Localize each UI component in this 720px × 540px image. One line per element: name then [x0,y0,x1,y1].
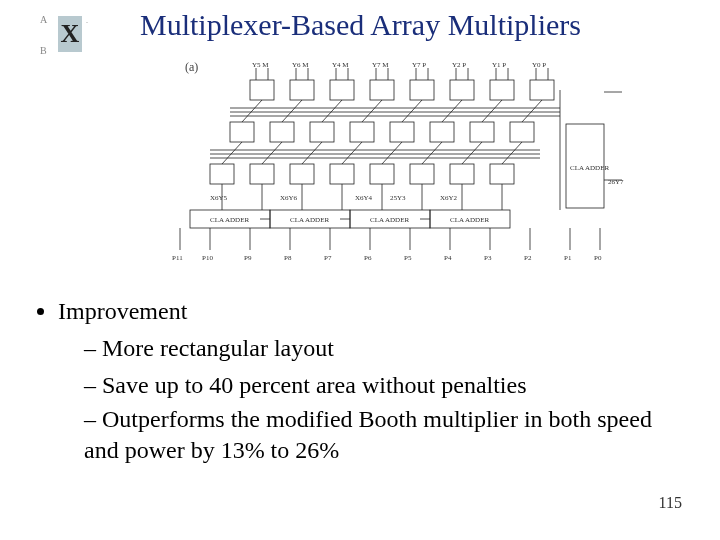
bullet-list: Improvement More rectangular layout Save… [40,296,680,468]
svg-line-46 [242,100,262,122]
svg-line-52 [482,100,502,122]
bullet-sub-1: Save up to 40 percent area without penal… [84,370,680,401]
svg-rect-33 [470,122,494,142]
sig-y2p: Y2 P [452,61,466,69]
p5: P5 [404,254,412,262]
svg-rect-0 [250,80,274,100]
svg-line-50 [402,100,422,122]
p0: P0 [594,254,602,262]
svg-rect-27 [230,122,254,142]
svg-rect-34 [510,122,534,142]
p10: P10 [202,254,213,262]
bullet-sub-2: Outperforms the modified Booth multiplie… [84,404,680,466]
svg-rect-42 [370,164,394,184]
svg-rect-28 [270,122,294,142]
cla-right: CLA ADDER [570,164,609,172]
svg-rect-30 [350,122,374,142]
bullet-top: Improvement [58,296,680,327]
sig-y7p: Y7 P [412,61,426,69]
logo-x: X [61,19,80,49]
sig-y1p: Y1 P [492,61,506,69]
svg-line-48 [322,100,342,122]
p1: P1 [564,254,572,262]
slide: A B X · Multiplexer-Based Array Multipli… [0,0,720,540]
svg-rect-4 [410,80,434,100]
svg-rect-32 [430,122,454,142]
sig-y4m: Y4 M [332,61,349,69]
svg-rect-41 [330,164,354,184]
svg-rect-39 [250,164,274,184]
bullet-sub-0: More rectangular layout [84,333,680,364]
svg-rect-31 [390,122,414,142]
svg-line-60 [462,142,482,164]
svg-line-58 [382,142,402,164]
p6: P6 [364,254,372,262]
array-multiplier-diagram: (a) [130,60,630,275]
pp-x6y2: X6Y2 [440,194,458,202]
sig-y5m: Y5 M [252,61,269,69]
svg-rect-44 [450,164,474,184]
svg-line-53 [522,100,542,122]
page-title: Multiplexer-Based Array Multipliers [140,8,700,42]
p11: P11 [172,254,183,262]
p2: P2 [524,254,532,262]
diagram-svg: Y5 M Y6 M Y4 M Y7 M Y7 P Y2 P Y1 P Y0 P … [130,60,630,275]
p3: P3 [484,254,492,262]
cla2: CLA ADDER [290,216,329,224]
svg-line-54 [222,142,242,164]
p7: P7 [324,254,332,262]
svg-line-56 [302,142,322,164]
pp-25y3: 25Y3 [390,194,406,202]
svg-rect-5 [450,80,474,100]
logo-lead: · [86,18,88,27]
p8: P8 [284,254,292,262]
page-number: 115 [659,494,682,512]
svg-line-57 [342,142,362,164]
pp-x6y6: X6Y6 [280,194,298,202]
svg-rect-2 [330,80,354,100]
logo-block: A B X · [40,14,110,56]
svg-rect-38 [210,164,234,184]
pp-x6y4: X6Y4 [355,194,373,202]
svg-rect-29 [310,122,334,142]
pp-x6y5: X6Y5 [210,194,228,202]
svg-line-59 [422,142,442,164]
svg-rect-3 [370,80,394,100]
logo-label-a: A [40,14,47,25]
svg-rect-6 [490,80,514,100]
svg-rect-7 [530,80,554,100]
svg-line-55 [262,142,282,164]
logo-label-b: B [40,45,47,56]
right-coeff: 26Y7 [608,178,624,186]
svg-line-61 [502,142,522,164]
svg-rect-45 [490,164,514,184]
sig-y7m: Y7 M [372,61,389,69]
cla1: CLA ADDER [210,216,249,224]
svg-rect-43 [410,164,434,184]
svg-line-51 [442,100,462,122]
svg-rect-1 [290,80,314,100]
p9: P9 [244,254,252,262]
svg-rect-40 [290,164,314,184]
sig-y0p: Y0 P [532,61,546,69]
logo-x-box: X [58,16,82,52]
p4: P4 [444,254,452,262]
cla4: CLA ADDER [450,216,489,224]
svg-line-47 [282,100,302,122]
cla3: CLA ADDER [370,216,409,224]
svg-line-49 [362,100,382,122]
sig-y6m: Y6 M [292,61,309,69]
